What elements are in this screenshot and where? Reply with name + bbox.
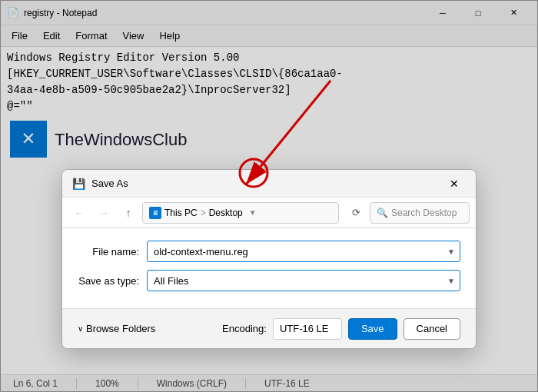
footer-right: Encoding: UTF-16 LE UTF-8 ANSI Save Canc… [161,318,460,340]
dialog-nav-bar: ← → ↑ 🖥 This PC > Desktop ▼ ⟳ 🔍 Search D… [62,198,476,228]
search-icon: 🔍 [377,208,388,218]
path-sep-1: > [201,208,206,218]
encoding-select[interactable]: UTF-16 LE UTF-8 ANSI [273,318,342,340]
dialog-overlay: 💾 Save As ✕ ← → ↑ 🖥 This PC > Desktop ▼ … [0,0,538,392]
dialog-icon: 💾 [71,177,85,191]
dialog-close-button[interactable]: ✕ [442,173,467,194]
cancel-button[interactable]: Cancel [404,318,460,340]
nav-forward-button[interactable]: → [93,202,115,224]
dialog-title-bar: 💾 Save As ✕ [62,170,476,198]
filename-input-wrap: ▼ [147,241,460,262]
filetype-label: Save as type: [78,275,147,287]
path-dropdown-icon: ▼ [249,208,257,217]
path-part-2: Desktop [209,208,243,218]
refresh-button[interactable]: ⟳ [345,202,367,224]
filename-input[interactable] [147,241,460,262]
filetype-dropdown-icon[interactable]: ▼ [442,270,460,291]
browse-folders-toggle[interactable]: ∨ Browse Folders [78,323,155,334]
dialog-title: Save As [91,178,442,189]
dialog-footer: ∨ Browse Folders Encoding: UTF-16 LE UTF… [62,308,476,348]
filetype-row: Save as type: ▼ [78,270,460,291]
path-pc-icon: 🖥 [149,207,161,219]
filetype-input-wrap: ▼ [147,270,460,291]
search-placeholder: Search Desktop [391,208,457,218]
path-bar[interactable]: 🖥 This PC > Desktop ▼ [142,202,339,224]
filename-label: File name: [78,246,147,257]
save-button[interactable]: Save [348,318,397,340]
filetype-input[interactable] [147,270,460,291]
filename-row: File name: ▼ [78,241,460,262]
nav-up-button[interactable]: ↑ [118,202,139,224]
save-as-dialog: 💾 Save As ✕ ← → ↑ 🖥 This PC > Desktop ▼ … [61,169,477,349]
search-box[interactable]: 🔍 Search Desktop [370,202,470,224]
nav-back-button[interactable]: ← [68,202,90,224]
browse-toggle-icon: ∨ [78,324,83,333]
browse-folders-label: Browse Folders [86,323,155,334]
encoding-label: Encoding: [222,323,267,334]
path-part-1: This PC [164,208,198,218]
dialog-form: File name: ▼ Save as type: ▼ [62,228,476,308]
filename-dropdown-icon[interactable]: ▼ [442,241,460,262]
